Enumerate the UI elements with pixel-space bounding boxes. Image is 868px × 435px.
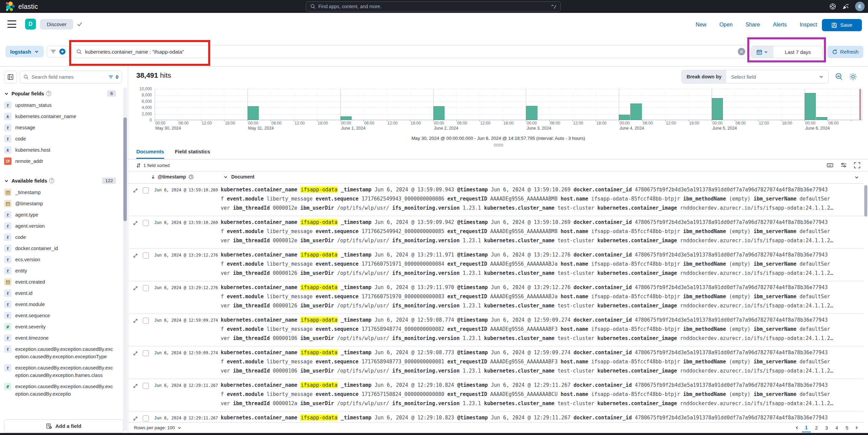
field-item[interactable]: kkubernetes.host — [4, 146, 121, 154]
chart-options-icon[interactable] — [835, 73, 844, 81]
menu-icon[interactable] — [7, 20, 16, 28]
row-checkbox[interactable] — [143, 252, 149, 259]
elastic-logo[interactable]: elastic — [5, 1, 38, 12]
row-checkbox[interactable] — [143, 285, 149, 291]
row-checkbox[interactable] — [143, 350, 149, 356]
field-item[interactable]: tevent.sequence — [4, 312, 121, 319]
filter-icon[interactable] — [50, 49, 56, 54]
query-input[interactable] — [85, 49, 743, 55]
row-document[interactable]: kubernetes.container_name ifsapp-odata _… — [221, 316, 860, 345]
breakdown-select[interactable]: Select field — [726, 70, 828, 83]
field-item[interactable]: tmessage — [4, 124, 121, 131]
add-field-button[interactable]: Add a field — [4, 419, 123, 432]
sidebar-scrollbar[interactable] — [123, 88, 127, 431]
row-checkbox[interactable] — [143, 187, 149, 193]
field-item[interactable]: kkubernetes.container_name — [4, 113, 121, 120]
expand-row-icon[interactable] — [133, 253, 138, 259]
help-icon[interactable] — [829, 3, 836, 10]
row-checkbox[interactable] — [143, 415, 149, 421]
field-item[interactable]: @timestamp — [4, 200, 121, 207]
expand-row-icon[interactable] — [133, 318, 138, 324]
row-document[interactable]: kubernetes.container_name ifsapp-odata _… — [221, 218, 860, 247]
calendar-menu-button[interactable] — [751, 46, 773, 58]
toolbar-link-new[interactable]: New — [696, 22, 707, 28]
page-4[interactable]: 4 — [832, 423, 841, 432]
row-document[interactable]: kubernetes.container_name ifsapp-odata _… — [221, 250, 860, 280]
expand-row-icon[interactable] — [133, 220, 138, 226]
row-checkbox[interactable] — [143, 318, 149, 324]
chart-resize-handle[interactable] — [494, 144, 503, 146]
field-item[interactable]: #event.severity — [4, 323, 121, 330]
field-item[interactable]: tecs.version — [4, 256, 121, 263]
previous-page-icon[interactable] — [793, 423, 801, 432]
field-item[interactable]: texception.causedBy.exception.causedBy.e… — [4, 364, 121, 379]
global-search-input[interactable] — [318, 4, 551, 9]
page-2[interactable]: 2 — [812, 423, 821, 432]
available-fields-header[interactable]: Available fields?122 — [4, 177, 121, 184]
field-item[interactable]: tevent.module — [4, 301, 121, 308]
histogram-bar[interactable] — [340, 116, 352, 120]
field-item[interactable]: tevent.id — [4, 289, 121, 297]
keyboard-shortcuts-icon[interactable] — [827, 162, 833, 169]
field-item[interactable]: IPremote_addr — [4, 157, 121, 165]
field-item[interactable]: tupstream_status — [4, 101, 121, 109]
field-item[interactable]: #exception.causedBy.exception.causedBy.e… — [4, 383, 121, 398]
field-item[interactable]: tcode — [4, 233, 121, 241]
next-page-icon[interactable] — [853, 423, 860, 432]
discover-app-badge[interactable]: D — [25, 19, 36, 30]
toolbar-link-alerts[interactable]: Alerts — [773, 22, 787, 28]
collapse-sidebar-icon[interactable] — [4, 71, 17, 83]
save-button[interactable]: Save — [822, 19, 862, 31]
histogram-bar[interactable] — [712, 98, 723, 120]
page-1[interactable]: 1 — [802, 423, 811, 432]
expand-row-icon[interactable] — [133, 285, 138, 291]
field-item[interactable]: tentity — [4, 267, 121, 275]
row-checkbox[interactable] — [143, 383, 149, 389]
field-item[interactable]: event.created — [4, 278, 121, 286]
toolbar-link-open[interactable]: Open — [719, 22, 733, 28]
fullscreen-icon[interactable] — [854, 162, 861, 169]
data-view-selector[interactable]: logstash — [5, 46, 44, 57]
toolbar-link-inspect[interactable]: Inspect — [800, 22, 817, 28]
histogram-chart[interactable]: 02,0004,0006,0008,00010,000 00:0006:0012… — [130, 88, 865, 132]
row-document[interactable]: kubernetes.container_name ifsapp-odata _… — [221, 283, 860, 312]
clear-query-icon[interactable]: ✕ — [738, 48, 745, 55]
expand-row-icon[interactable] — [133, 351, 138, 356]
gear-icon[interactable] — [849, 73, 858, 81]
row-document[interactable]: kubernetes.container_name ifsapp-odata _… — [221, 381, 860, 410]
histogram-bar[interactable] — [630, 103, 642, 120]
sidebar-scrollbar-thumb[interactable] — [123, 117, 127, 221]
histogram-bar[interactable] — [805, 93, 816, 120]
refresh-button[interactable]: Refresh — [827, 46, 863, 58]
expand-row-icon[interactable] — [133, 416, 138, 421]
histogram-bar[interactable] — [619, 115, 630, 120]
field-filter-icon[interactable] — [108, 75, 114, 79]
field-search-input[interactable] — [32, 74, 108, 80]
expand-row-icon[interactable] — [133, 188, 138, 193]
toolbar-link-share[interactable]: Share — [746, 22, 760, 28]
field-item[interactable]: _timestamp — [4, 189, 121, 196]
rows-per-page-button[interactable]: Rows per page: 100 — [134, 425, 181, 430]
page-5[interactable]: 5 — [843, 423, 851, 432]
field-item[interactable]: texception.causedBy.exception.causedBy.e… — [4, 345, 121, 360]
tab-field-statistics[interactable]: Field statistics — [175, 149, 210, 159]
field-item[interactable]: tcode — [4, 135, 121, 143]
histogram-bar[interactable] — [433, 106, 445, 120]
expand-row-icon[interactable] — [133, 383, 138, 389]
time-range-value[interactable]: Last 7 days — [773, 46, 822, 58]
tab-documents[interactable]: Documents — [136, 149, 164, 159]
breadcrumb[interactable]: Discover — [40, 19, 73, 30]
user-avatar[interactable]: E — [855, 2, 865, 11]
field-item[interactable]: tagent.version — [4, 222, 121, 230]
timestamp-column-header[interactable]: @timestamp — [151, 174, 194, 179]
page-3[interactable]: 3 — [822, 423, 831, 432]
display-options-icon[interactable] — [840, 162, 847, 169]
histogram-bar[interactable] — [526, 106, 537, 120]
column-menu-icon[interactable] — [854, 175, 859, 179]
table-scrollbar-thumb[interactable] — [864, 185, 867, 216]
row-checkbox[interactable] — [143, 220, 149, 226]
news-feed-icon[interactable] — [842, 3, 849, 10]
global-search[interactable]: ^/ — [306, 1, 561, 12]
sorted-fields-button[interactable]: 1 field sorted — [136, 163, 170, 168]
row-document[interactable]: kubernetes.container_name ifsapp-odata _… — [221, 348, 860, 377]
